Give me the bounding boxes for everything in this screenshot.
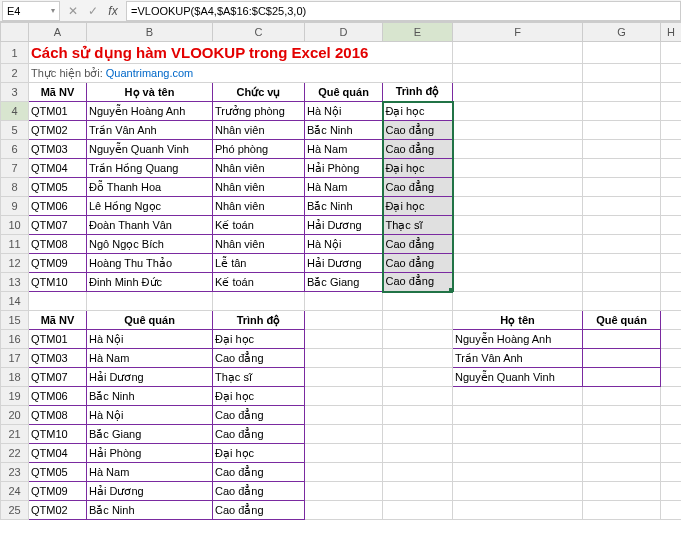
cell[interactable]: Nhân viên (213, 197, 305, 216)
cell[interactable]: QTM03 (29, 349, 87, 368)
spreadsheet-grid[interactable]: A B C D E F G H 1 Cách sử dụng hàm VLOOK… (0, 22, 681, 520)
col-header-C[interactable]: C (213, 23, 305, 42)
cell[interactable]: Trần Hồng Quang (87, 159, 213, 178)
enter-icon[interactable]: ✓ (86, 4, 100, 18)
col-header-F[interactable]: F (453, 23, 583, 42)
cell[interactable]: Cao đẳng (383, 121, 453, 140)
row-header[interactable]: 12 (1, 254, 29, 273)
cell[interactable]: Cao đẳng (383, 178, 453, 197)
col-header-A[interactable]: A (29, 23, 87, 42)
cell[interactable]: QTM07 (29, 216, 87, 235)
cell[interactable]: Hải Dương (305, 216, 383, 235)
cell[interactable]: Bắc Ninh (305, 197, 383, 216)
cell[interactable]: QTM02 (29, 501, 87, 520)
t3-h1[interactable]: Quê quán (583, 311, 661, 330)
cell[interactable]: QTM09 (29, 482, 87, 501)
t1-h4[interactable]: Trình độ (383, 83, 453, 102)
select-all-corner[interactable] (1, 23, 29, 42)
col-header-G[interactable]: G (583, 23, 661, 42)
cell[interactable]: Đinh Minh Đức (87, 273, 213, 292)
cell[interactable]: Nhân viên (213, 235, 305, 254)
col-header-D[interactable]: D (305, 23, 383, 42)
cell[interactable]: Hà Nam (87, 349, 213, 368)
cell[interactable]: Hà Nam (87, 463, 213, 482)
cell[interactable]: Đại học (383, 102, 453, 121)
cell[interactable]: Cao đẳng (213, 406, 305, 425)
cell[interactable]: QTM08 (29, 235, 87, 254)
cell[interactable]: Đại học (213, 330, 305, 349)
row-header[interactable]: 18 (1, 368, 29, 387)
cell[interactable]: Hà Nội (305, 235, 383, 254)
cell[interactable]: QTM06 (29, 197, 87, 216)
cell[interactable]: Ngô Ngọc Bích (87, 235, 213, 254)
cell[interactable]: QTM07 (29, 368, 87, 387)
cell[interactable]: Lê Hồng Ngọc (87, 197, 213, 216)
cell[interactable]: QTM06 (29, 387, 87, 406)
cell[interactable]: Cao đẳng (213, 501, 305, 520)
cell[interactable]: Nguyễn Quanh Vinh (453, 368, 583, 387)
name-box[interactable]: E4 ▾ (2, 1, 60, 21)
row-header[interactable]: 14 (1, 292, 29, 311)
cell[interactable]: Đại học (213, 444, 305, 463)
cell[interactable]: Đại học (383, 159, 453, 178)
row-header[interactable]: 10 (1, 216, 29, 235)
cell[interactable]: QTM10 (29, 273, 87, 292)
cell[interactable]: Hà Nội (87, 330, 213, 349)
cell[interactable]: Hoàng Thu Thảo (87, 254, 213, 273)
row-header[interactable]: 21 (1, 425, 29, 444)
cell[interactable]: Cao đẳng (213, 482, 305, 501)
cell[interactable]: Kế toán (213, 273, 305, 292)
cell[interactable]: Đoàn Thanh Vân (87, 216, 213, 235)
cell[interactable]: Nhân viên (213, 121, 305, 140)
cell[interactable]: Nguyễn Hoàng Anh (453, 330, 583, 349)
row-header[interactable]: 3 (1, 83, 29, 102)
row-header[interactable]: 6 (1, 140, 29, 159)
cell[interactable]: Đỗ Thanh Hoa (87, 178, 213, 197)
cell[interactable]: Thạc sĩ (383, 216, 453, 235)
cell[interactable]: Nhân viên (213, 159, 305, 178)
t2-h2[interactable]: Trình độ (213, 311, 305, 330)
cell[interactable]: QTM08 (29, 406, 87, 425)
cell[interactable]: Hải Dương (87, 482, 213, 501)
row-header[interactable]: 7 (1, 159, 29, 178)
row-header[interactable]: 4 (1, 102, 29, 121)
col-header-B[interactable]: B (87, 23, 213, 42)
cell[interactable]: Hải Phòng (87, 444, 213, 463)
cell[interactable]: Đại học (213, 387, 305, 406)
cell[interactable]: Cao đẳng (383, 140, 453, 159)
row-header[interactable]: 19 (1, 387, 29, 406)
cell[interactable]: Cao đẳng (213, 349, 305, 368)
cell[interactable]: Phó phòng (213, 140, 305, 159)
cell[interactable]: Thạc sĩ (213, 368, 305, 387)
row-header[interactable]: 16 (1, 330, 29, 349)
cell[interactable]: QTM01 (29, 102, 87, 121)
cell[interactable]: QTM04 (29, 159, 87, 178)
row-header[interactable]: 5 (1, 121, 29, 140)
row-header[interactable]: 9 (1, 197, 29, 216)
cell[interactable]: Trưởng phòng (213, 102, 305, 121)
cell[interactable] (583, 368, 661, 387)
cell[interactable]: Cao đẳng (213, 463, 305, 482)
cell[interactable]: Kế toán (213, 216, 305, 235)
cell[interactable]: QTM09 (29, 254, 87, 273)
cell[interactable]: Bắc Ninh (87, 501, 213, 520)
t1-h0[interactable]: Mã NV (29, 83, 87, 102)
cell[interactable]: Cao đẳng (383, 235, 453, 254)
cell[interactable]: Hải Dương (305, 254, 383, 273)
row-header[interactable]: 23 (1, 463, 29, 482)
cell[interactable]: Nhân viên (213, 178, 305, 197)
title-cell[interactable]: Cách sử dụng hàm VLOOKUP trong Excel 201… (29, 42, 453, 64)
cell[interactable]: QTM04 (29, 444, 87, 463)
col-header-H[interactable]: H (661, 23, 682, 42)
cell[interactable]: QTM02 (29, 121, 87, 140)
formula-input[interactable]: =VLOOKUP($A4,$A$16:$C$25,3,0) (126, 1, 681, 21)
cell[interactable]: QTM01 (29, 330, 87, 349)
cell[interactable]: QTM03 (29, 140, 87, 159)
t1-h2[interactable]: Chức vụ (213, 83, 305, 102)
row-header[interactable]: 8 (1, 178, 29, 197)
row-header[interactable]: 11 (1, 235, 29, 254)
cell[interactable]: Bắc Giang (87, 425, 213, 444)
cell[interactable]: Đại học (383, 197, 453, 216)
row-header[interactable]: 24 (1, 482, 29, 501)
cell[interactable]: Nguyễn Quanh Vinh (87, 140, 213, 159)
